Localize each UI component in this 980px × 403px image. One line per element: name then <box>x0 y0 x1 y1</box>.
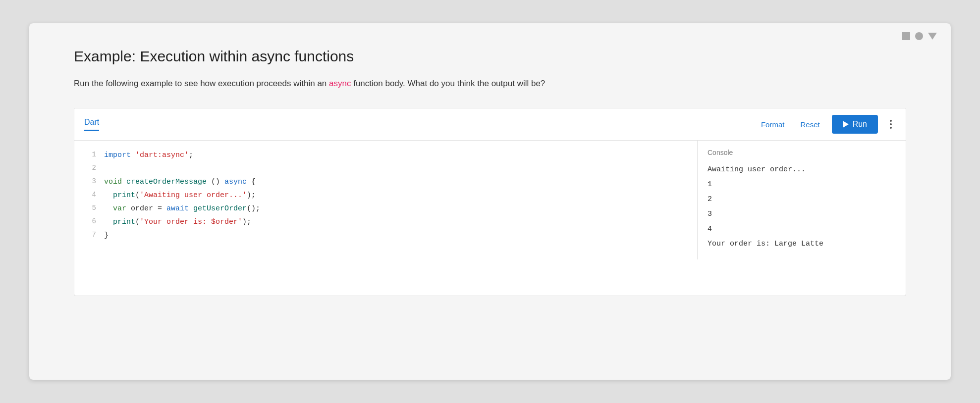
main-window: Example: Execution within async function… <box>29 23 951 380</box>
more-options-button[interactable] <box>886 118 896 131</box>
console-line: 1 <box>708 177 896 192</box>
run-label: Run <box>853 120 867 129</box>
run-button[interactable]: Run <box>832 115 878 134</box>
code-line: 1 import 'dart:async'; <box>74 149 697 162</box>
console-label: Console <box>708 149 896 156</box>
line-number: 1 <box>82 149 96 161</box>
dropdown-icon[interactable] <box>928 33 937 40</box>
code-line: 6 print('Your order is: $order'); <box>74 215 697 229</box>
line-number: 7 <box>82 229 96 241</box>
playground-body: 1 import 'dart:async'; 2 3 <box>74 140 906 259</box>
description: Run the following example to see how exe… <box>74 77 594 90</box>
code-line: 5 var order = await getUserOrder(); <box>74 202 697 215</box>
code-playground: Dart Format Reset Run <box>74 108 906 296</box>
line-number: 6 <box>82 215 96 228</box>
code-text: import 'dart:async'; <box>104 149 193 162</box>
code-line: 7 } <box>74 229 697 242</box>
console-line: Your order is: Large Latte <box>708 237 896 252</box>
code-line: 2 <box>74 162 697 175</box>
code-editor[interactable]: 1 import 'dart:async'; 2 3 <box>74 141 698 259</box>
console-line: 2 <box>708 192 896 207</box>
window-controls <box>902 32 937 40</box>
run-play-icon <box>843 121 849 128</box>
minimize-icon[interactable] <box>902 32 910 40</box>
line-number: 5 <box>82 202 96 214</box>
format-button[interactable]: Format <box>757 117 789 132</box>
more-dot-3 <box>890 127 892 129</box>
code-line: 3 void createOrderMessage () async { <box>74 175 697 189</box>
close-icon[interactable] <box>915 32 923 40</box>
description-before: Run the following example to see how exe… <box>74 79 329 88</box>
async-keyword: async <box>329 79 351 88</box>
more-dot-1 <box>890 120 892 122</box>
code-text: print('Your order is: $order'); <box>104 215 251 229</box>
tab-dart[interactable]: Dart <box>84 118 99 131</box>
console-line: 3 <box>708 207 896 222</box>
code-text <box>104 162 109 175</box>
console-line: Awaiting user order... <box>708 162 896 177</box>
code-text: } <box>104 229 109 242</box>
console-line: 4 <box>708 222 896 237</box>
line-number: 2 <box>82 162 96 174</box>
code-text: var order = await getUserOrder(); <box>104 202 260 215</box>
code-line: 4 print('Awaiting user order...'); <box>74 189 697 202</box>
playground-toolbar: Dart Format Reset Run <box>74 108 906 140</box>
description-after: function body. What do you think the out… <box>351 79 545 88</box>
console-panel: Console Awaiting user order... 1 2 3 4 Y… <box>698 141 906 259</box>
code-text: void createOrderMessage () async { <box>104 175 256 189</box>
console-output: Awaiting user order... 1 2 3 4 Your orde… <box>708 162 896 252</box>
line-number: 3 <box>82 175 96 188</box>
reset-button[interactable]: Reset <box>796 117 823 132</box>
content-area: Example: Execution within async function… <box>29 23 951 316</box>
page-title: Example: Execution within async function… <box>74 48 906 65</box>
toolbar-actions: Format Reset Run <box>757 115 896 134</box>
more-dot-2 <box>890 123 892 125</box>
line-number: 4 <box>82 189 96 201</box>
code-text: print('Awaiting user order...'); <box>104 189 256 202</box>
